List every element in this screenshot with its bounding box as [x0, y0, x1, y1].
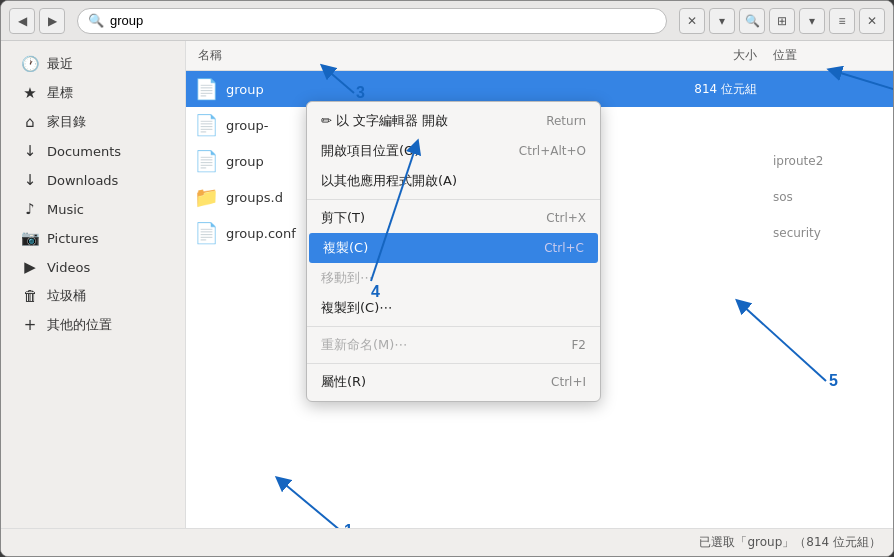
- sidebar-item-trash[interactable]: 🗑 垃圾桶: [5, 282, 181, 310]
- file-name: group: [226, 82, 264, 97]
- sidebar-item-videos[interactable]: ▶ Videos: [5, 253, 181, 281]
- file-size: 814 位元組: [645, 81, 765, 98]
- sidebar-label-trash: 垃圾桶: [47, 287, 86, 305]
- other-icon: +: [21, 316, 39, 334]
- back-button[interactable]: ◀: [9, 8, 35, 34]
- ctx-move-to[interactable]: 移動到⋯: [307, 263, 600, 293]
- sidebar-label-music: Music: [47, 202, 84, 217]
- ctx-open-with-label: 以其他應用程式開啟(A): [321, 172, 457, 190]
- trash-icon: 🗑: [21, 287, 39, 305]
- statusbar: 已選取「group」（814 位元組）: [1, 528, 893, 556]
- sidebar-label-home: 家目錄: [47, 113, 86, 131]
- ctx-separator-3: [307, 363, 600, 364]
- file-icon: 📄: [194, 221, 218, 245]
- ctx-rename-label: 重新命名(M)⋯: [321, 336, 407, 354]
- ctx-cut[interactable]: 剪下(T) Ctrl+X: [307, 203, 600, 233]
- file-location: iproute2: [765, 154, 885, 168]
- ctx-open-text-label: ✏️ 以 文字編輯器 開啟: [321, 112, 448, 130]
- titlebar: ◀ ▶ 🔍 ✕ ▾ 🔍 ⊞ ▾ ≡ ✕: [1, 1, 893, 41]
- sidebar-item-documents[interactable]: ↓ Documents: [5, 137, 181, 165]
- file-name: group: [226, 154, 264, 169]
- file-manager-window: ◀ ▶ 🔍 ✕ ▾ 🔍 ⊞ ▾ ≡ ✕ 🕐 最近 ★ 星標 ⌂ 家目錄: [0, 0, 894, 557]
- ctx-copy-to-label: 複製到(C)⋯: [321, 299, 392, 317]
- videos-icon: ▶: [21, 258, 39, 276]
- sidebar-item-downloads[interactable]: ↓ Downloads: [5, 166, 181, 194]
- music-icon: ♪: [21, 200, 39, 218]
- ctx-open-text[interactable]: ✏️ 以 文字編輯器 開啟 Return: [307, 106, 600, 136]
- file-location: sos: [765, 190, 885, 204]
- ctx-open-location-label: 開啟項目位置(O): [321, 142, 419, 160]
- search-bar: 🔍: [77, 8, 667, 34]
- sidebar-label-documents: Documents: [47, 144, 121, 159]
- downloads-icon: ↓: [21, 171, 39, 189]
- ctx-copy-label: 複製(C): [323, 239, 368, 257]
- sidebar-label-videos: Videos: [47, 260, 90, 275]
- file-icon: 📄: [194, 113, 218, 137]
- ctx-properties[interactable]: 屬性(R) Ctrl+I: [307, 367, 600, 397]
- file-name: group-: [226, 118, 268, 133]
- file-list-area: 名稱 大小 位置 📄 group 814 位元組 📄: [186, 41, 893, 528]
- sidebar-item-music[interactable]: ♪ Music: [5, 195, 181, 223]
- clear-search-button[interactable]: ✕: [679, 8, 705, 34]
- search-execute-button[interactable]: 🔍: [739, 8, 765, 34]
- status-text: 已選取「group」（814 位元組）: [699, 534, 881, 551]
- ctx-cut-label: 剪下(T): [321, 209, 365, 227]
- home-icon: ⌂: [21, 113, 39, 131]
- sidebar-item-recent[interactable]: 🕐 最近: [5, 50, 181, 78]
- file-icon: 📄: [194, 77, 218, 101]
- search-icon: 🔍: [88, 13, 104, 28]
- documents-icon: ↓: [21, 142, 39, 160]
- ctx-properties-label: 屬性(R): [321, 373, 366, 391]
- sidebar-item-pictures[interactable]: 📷 Pictures: [5, 224, 181, 252]
- header-size: 大小: [645, 47, 765, 64]
- search-dropdown-button[interactable]: ▾: [709, 8, 735, 34]
- search-input[interactable]: [110, 13, 656, 28]
- ctx-rename[interactable]: 重新命名(M)⋯ F2: [307, 330, 600, 360]
- ctx-properties-shortcut: Ctrl+I: [551, 375, 586, 389]
- header-location: 位置: [765, 47, 885, 64]
- close-button[interactable]: ✕: [859, 8, 885, 34]
- pictures-icon: 📷: [21, 229, 39, 247]
- ctx-move-to-label: 移動到⋯: [321, 269, 373, 287]
- sidebar-item-starred[interactable]: ★ 星標: [5, 79, 181, 107]
- file-list-header: 名稱 大小 位置: [186, 41, 893, 71]
- sidebar-label-recent: 最近: [47, 55, 73, 73]
- sidebar-label-downloads: Downloads: [47, 173, 118, 188]
- ctx-separator-1: [307, 199, 600, 200]
- sidebar-item-home[interactable]: ⌂ 家目錄: [5, 108, 181, 136]
- ctx-cut-shortcut: Ctrl+X: [546, 211, 586, 225]
- clock-icon: 🕐: [21, 55, 39, 73]
- grid-view-button[interactable]: ⊞: [769, 8, 795, 34]
- ctx-open-with[interactable]: 以其他應用程式開啟(A): [307, 166, 600, 196]
- sidebar-item-other[interactable]: + 其他的位置: [5, 311, 181, 339]
- ctx-open-location-shortcut: Ctrl+Alt+O: [519, 144, 586, 158]
- forward-button[interactable]: ▶: [39, 8, 65, 34]
- file-location: security: [765, 226, 885, 240]
- ctx-copy-to[interactable]: 複製到(C)⋯: [307, 293, 600, 323]
- ctx-rename-shortcut: F2: [571, 338, 586, 352]
- ctx-copy-shortcut: Ctrl+C: [544, 241, 584, 255]
- main-area: 🕐 最近 ★ 星標 ⌂ 家目錄 ↓ Documents ↓ Downloads …: [1, 41, 893, 528]
- file-name: groups.d: [226, 190, 283, 205]
- sidebar-label-starred: 星標: [47, 84, 73, 102]
- folder-icon: 📁: [194, 185, 218, 209]
- file-name: group.conf: [226, 226, 296, 241]
- view-options-button[interactable]: ▾: [799, 8, 825, 34]
- sidebar-label-other: 其他的位置: [47, 316, 112, 334]
- ctx-separator-2: [307, 326, 600, 327]
- context-menu: ✏️ 以 文字編輯器 開啟 Return 開啟項目位置(O) Ctrl+Alt+…: [306, 101, 601, 402]
- file-icon: 📄: [194, 149, 218, 173]
- header-name: 名稱: [194, 47, 645, 64]
- ctx-open-location[interactable]: 開啟項目位置(O) Ctrl+Alt+O: [307, 136, 600, 166]
- menu-button[interactable]: ≡: [829, 8, 855, 34]
- sidebar-label-pictures: Pictures: [47, 231, 98, 246]
- ctx-open-text-shortcut: Return: [546, 114, 586, 128]
- ctx-copy[interactable]: 複製(C) Ctrl+C: [309, 233, 598, 263]
- star-icon: ★: [21, 84, 39, 102]
- sidebar: 🕐 最近 ★ 星標 ⌂ 家目錄 ↓ Documents ↓ Downloads …: [1, 41, 186, 528]
- svg-text:1: 1: [344, 522, 353, 528]
